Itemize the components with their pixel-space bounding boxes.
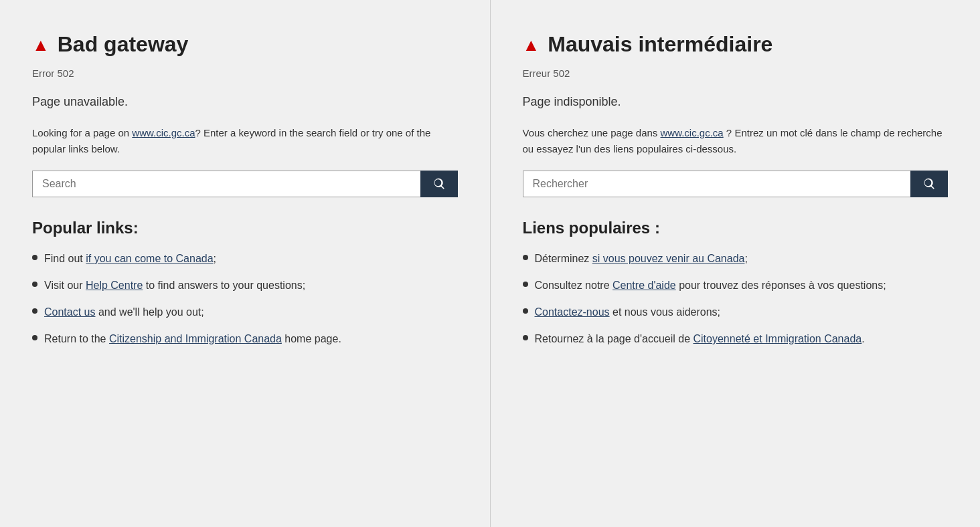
bullet-icon	[32, 308, 37, 314]
list-item-before: Consultez notre	[535, 280, 613, 291]
list-item-link-4[interactable]: Citoyenneté et Immigration Canada	[693, 333, 862, 344]
bullet-icon	[523, 282, 528, 287]
bullet-icon	[32, 255, 37, 260]
list-item-link-3[interactable]: Contact us	[44, 306, 95, 318]
right-search-button[interactable]	[910, 171, 948, 197]
bullet-icon	[523, 335, 528, 340]
bullet-icon	[32, 335, 37, 340]
left-description-before: Looking for a page on	[32, 127, 132, 138]
right-popular-links: Déterminez si vous pouvez venir au Canad…	[523, 251, 949, 347]
right-error-code: Erreur 502	[523, 68, 949, 79]
right-error-heading: ▲ Mauvais intermédiaire	[523, 32, 949, 57]
list-item-link-3[interactable]: Contactez-nous	[535, 306, 610, 318]
left-search-icon	[432, 177, 446, 191]
list-item-link-2[interactable]: Help Centre	[86, 280, 143, 291]
list-item-after: home page.	[282, 333, 341, 344]
list-item-link-4[interactable]: Citizenship and Immigration Canada	[109, 333, 282, 344]
left-search-input[interactable]	[32, 171, 420, 197]
left-description: Looking for a page on www.cic.gc.ca? Ent…	[32, 125, 458, 157]
list-item-before: Visit our	[44, 280, 86, 291]
list-item-after: to find answers to your questions;	[143, 280, 305, 291]
list-item-after: and we'll help you out;	[95, 306, 203, 318]
list-item-text: Visit our Help Centre to find answers to…	[44, 278, 305, 294]
left-error-code: Error 502	[32, 68, 458, 79]
list-item-text: Contactez-nous et nous vous aiderons;	[535, 304, 721, 320]
list-item: Return to the Citizenship and Immigratio…	[32, 331, 458, 347]
list-item-link-1[interactable]: si vous pouvez venir au Canada	[592, 253, 745, 264]
bullet-icon	[32, 282, 37, 287]
warning-icon-left: ▲	[32, 36, 50, 54]
list-item-after: ;	[214, 253, 216, 264]
list-item-text: Consultez notre Centre d'aide pour trouv…	[535, 278, 886, 294]
left-error-heading: ▲ Bad gateway	[32, 32, 458, 57]
right-search-icon	[922, 177, 936, 191]
left-cic-link[interactable]: www.cic.gc.ca	[132, 127, 195, 138]
list-item: Contactez-nous et nous vous aiderons;	[523, 304, 949, 320]
list-item: Visit our Help Centre to find answers to…	[32, 278, 458, 294]
list-item: Consultez notre Centre d'aide pour trouv…	[523, 278, 949, 294]
list-item-after: et nous vous aiderons;	[610, 306, 720, 318]
page-container: ▲ Bad gateway Error 502 Page unavailable…	[0, 0, 980, 527]
left-unavailable: Page unavailable.	[32, 95, 458, 109]
right-title: Mauvais intermédiaire	[548, 32, 772, 57]
list-item-text: Déterminez si vous pouvez venir au Canad…	[535, 251, 748, 267]
right-search-container	[523, 171, 949, 197]
right-column: ▲ Mauvais intermédiaire Erreur 502 Page …	[491, 0, 981, 527]
warning-icon-right: ▲	[523, 36, 540, 54]
list-item: Déterminez si vous pouvez venir au Canad…	[523, 251, 949, 267]
list-item-text: Contact us and we'll help you out;	[44, 304, 204, 320]
list-item-before: Return to the	[44, 333, 109, 344]
right-unavailable: Page indisponible.	[523, 95, 949, 109]
list-item-after: pour trouvez des réponses à vos question…	[676, 280, 886, 291]
left-search-button[interactable]	[420, 171, 458, 197]
list-item-link-2[interactable]: Centre d'aide	[612, 280, 676, 291]
list-item-text: Retournez à la page d'accueil de Citoyen…	[535, 331, 865, 347]
right-popular-heading: Liens populaires :	[523, 219, 949, 237]
bullet-icon	[523, 308, 528, 314]
list-item-text: Return to the Citizenship and Immigratio…	[44, 331, 341, 347]
list-item: Contact us and we'll help you out;	[32, 304, 458, 320]
list-item-text: Find out if you can come to Canada;	[44, 251, 216, 267]
right-description: Vous cherchez une page dans www.cic.gc.c…	[523, 125, 949, 157]
right-cic-link[interactable]: www.cic.gc.ca	[661, 127, 724, 138]
left-column: ▲ Bad gateway Error 502 Page unavailable…	[0, 0, 490, 527]
right-description-before: Vous cherchez une page dans	[523, 127, 661, 138]
list-item-before: Déterminez	[535, 253, 592, 264]
left-title: Bad gateway	[58, 32, 189, 57]
list-item-before: Retournez à la page d'accueil de	[535, 333, 693, 344]
list-item-link-1[interactable]: if you can come to Canada	[86, 253, 213, 264]
bullet-icon	[523, 255, 528, 260]
list-item-before: Find out	[44, 253, 86, 264]
list-item-after: ;	[744, 253, 747, 264]
right-search-input[interactable]	[523, 171, 911, 197]
list-item-after: .	[862, 333, 864, 344]
left-popular-heading: Popular links:	[32, 219, 458, 237]
left-search-container	[32, 171, 458, 197]
list-item: Find out if you can come to Canada;	[32, 251, 458, 267]
left-popular-links: Find out if you can come to Canada; Visi…	[32, 251, 458, 347]
list-item: Retournez à la page d'accueil de Citoyen…	[523, 331, 949, 347]
